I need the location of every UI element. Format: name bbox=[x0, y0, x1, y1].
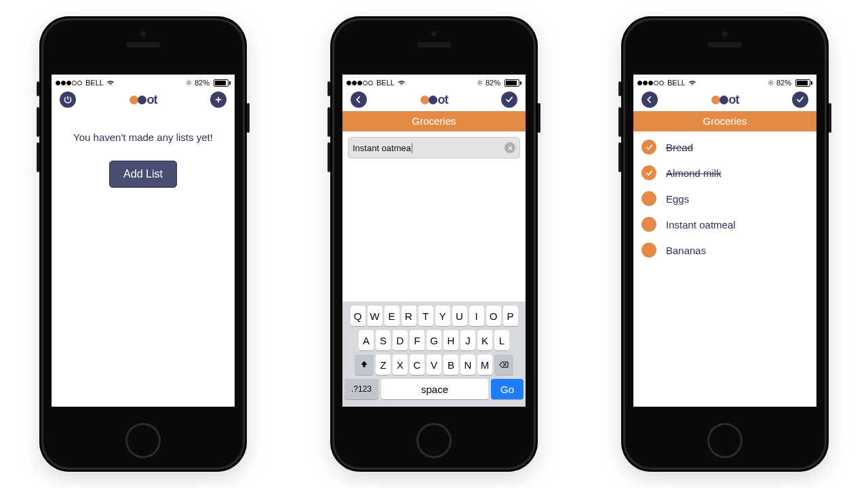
signal-dots-icon bbox=[637, 79, 665, 87]
signal-dots-icon bbox=[347, 79, 374, 87]
keyboard: QWERTYUIOP ASDFGHJKL ZXCVBNM .?123 space… bbox=[342, 302, 526, 407]
key-x[interactable]: X bbox=[393, 354, 408, 375]
battery-percent: 82% bbox=[195, 79, 210, 87]
key-z[interactable]: Z bbox=[376, 354, 391, 375]
key-j[interactable]: J bbox=[460, 330, 475, 350]
wifi-icon bbox=[106, 78, 115, 87]
back-arrow-icon bbox=[645, 95, 654, 104]
check-icon bbox=[505, 95, 514, 104]
checked-icon[interactable] bbox=[642, 140, 656, 155]
key-k[interactable]: K bbox=[477, 330, 492, 350]
list-item[interactable]: Almond milk bbox=[633, 160, 816, 186]
status-bar: BELL ✻ 82% bbox=[52, 75, 235, 88]
key-s[interactable]: S bbox=[376, 330, 391, 350]
check-icon bbox=[795, 95, 805, 104]
bluetooth-icon: ✻ bbox=[477, 79, 483, 87]
nav-bar: ot bbox=[633, 88, 816, 111]
item-label: Eggs bbox=[666, 193, 689, 205]
add-button[interactable] bbox=[210, 92, 226, 108]
plus-icon bbox=[214, 95, 223, 104]
key-b[interactable]: B bbox=[443, 354, 458, 375]
key-go[interactable]: Go bbox=[491, 379, 524, 399]
app-logo: ot bbox=[420, 93, 448, 107]
key-shift[interactable] bbox=[355, 354, 374, 375]
key-y[interactable]: Y bbox=[435, 306, 450, 326]
confirm-button[interactable] bbox=[501, 92, 517, 108]
nav-bar: ot bbox=[52, 88, 235, 111]
key-g[interactable]: G bbox=[427, 330, 441, 350]
key-e[interactable]: E bbox=[384, 306, 399, 326]
key-u[interactable]: U bbox=[452, 306, 467, 326]
carrier-label: BELL bbox=[376, 79, 395, 87]
key-backspace[interactable] bbox=[494, 354, 513, 375]
key-r[interactable]: R bbox=[401, 306, 416, 326]
key-t[interactable]: T bbox=[418, 306, 433, 326]
wifi-icon bbox=[688, 78, 696, 87]
list-title: Groceries bbox=[342, 111, 526, 131]
key-p[interactable]: P bbox=[503, 306, 518, 326]
item-label: Instant oatmeal bbox=[666, 219, 736, 230]
add-list-button[interactable]: Add List bbox=[109, 161, 177, 188]
clear-input-button[interactable] bbox=[505, 142, 515, 153]
key-d[interactable]: D bbox=[393, 330, 408, 350]
phone-mockup-empty: BELL ✻ 82% ot bbox=[39, 16, 247, 472]
battery-percent: 82% bbox=[776, 79, 791, 87]
unchecked-icon[interactable] bbox=[642, 243, 656, 258]
list-item[interactable]: Bread bbox=[633, 134, 816, 160]
key-f[interactable]: F bbox=[410, 330, 425, 350]
unchecked-icon[interactable] bbox=[642, 191, 656, 206]
status-bar: BELL ✻ 82% bbox=[342, 75, 526, 88]
confirm-button[interactable] bbox=[792, 92, 808, 108]
app-logo: ot bbox=[130, 93, 157, 107]
key-m[interactable]: M bbox=[477, 354, 492, 375]
key-a[interactable]: A bbox=[359, 330, 374, 350]
battery-icon bbox=[794, 79, 812, 87]
carrier-label: BELL bbox=[85, 79, 104, 87]
bluetooth-icon: ✻ bbox=[186, 79, 192, 87]
empty-state-message: You haven't made any lists yet! bbox=[52, 131, 235, 143]
carrier-label: BELL bbox=[667, 79, 686, 87]
battery-icon bbox=[212, 79, 231, 87]
battery-icon bbox=[503, 79, 521, 87]
checked-icon[interactable] bbox=[642, 165, 656, 180]
bluetooth-icon: ✻ bbox=[768, 79, 774, 87]
x-icon bbox=[507, 145, 513, 151]
home-button[interactable] bbox=[125, 423, 161, 458]
key-h[interactable]: H bbox=[443, 330, 458, 350]
list-item[interactable]: Instant oatmeal bbox=[633, 211, 816, 237]
phone-mockup-list: BELL ✻ 82% ot bbox=[621, 16, 829, 472]
home-button[interactable] bbox=[707, 423, 743, 458]
nav-bar: ot bbox=[342, 88, 526, 111]
power-button[interactable] bbox=[60, 92, 76, 108]
key-v[interactable]: V bbox=[427, 354, 441, 375]
key-w[interactable]: W bbox=[368, 306, 382, 326]
item-label: Bananas bbox=[666, 245, 706, 256]
battery-percent: 82% bbox=[486, 79, 500, 87]
item-label: Almond milk bbox=[666, 167, 722, 179]
key-n[interactable]: N bbox=[460, 354, 475, 375]
wifi-icon bbox=[397, 78, 406, 87]
back-arrow-icon bbox=[354, 95, 363, 104]
unchecked-icon[interactable] bbox=[642, 217, 656, 232]
key-q[interactable]: Q bbox=[351, 306, 366, 326]
backspace-icon bbox=[498, 359, 509, 370]
back-button[interactable] bbox=[351, 92, 367, 108]
key-o[interactable]: O bbox=[486, 306, 501, 326]
list-item[interactable]: Eggs bbox=[633, 186, 816, 211]
new-item-input[interactable]: Instant oatmea bbox=[348, 137, 520, 159]
signal-dots-icon bbox=[56, 79, 83, 87]
key-c[interactable]: C bbox=[410, 354, 425, 375]
shift-icon bbox=[359, 360, 369, 369]
back-button[interactable] bbox=[642, 92, 658, 108]
status-bar: BELL ✻ 82% bbox=[633, 75, 816, 88]
home-button[interactable] bbox=[416, 423, 452, 458]
list-item[interactable]: Bananas bbox=[633, 237, 816, 263]
power-icon bbox=[63, 95, 73, 104]
key-numbers[interactable]: .?123 bbox=[344, 379, 378, 399]
key-l[interactable]: L bbox=[494, 330, 509, 350]
phone-mockup-add-item: BELL ✻ 82% ot bbox=[330, 16, 538, 472]
item-label: Bread bbox=[666, 142, 693, 153]
key-space[interactable]: space bbox=[381, 379, 488, 399]
input-value: Instant oatmea bbox=[353, 143, 505, 153]
key-i[interactable]: I bbox=[469, 306, 484, 326]
